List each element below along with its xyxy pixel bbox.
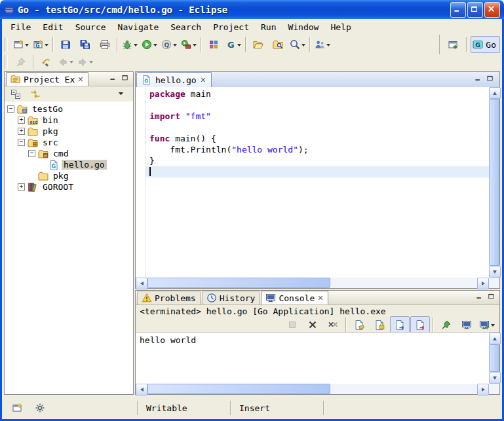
tree-expand-handle[interactable]: + [18,117,25,124]
tree-item-label[interactable]: testGo [30,104,65,114]
scroll-right-button[interactable] [477,278,489,289]
scrollbar-thumb[interactable] [489,344,499,372]
link-editor-button[interactable] [26,86,45,103]
new-go-dropdown-icon [45,44,48,48]
open-folder-button[interactable] [248,36,268,53]
menu-item-window[interactable]: Window [282,21,324,33]
minimize-button[interactable] [450,2,466,18]
terminate-button[interactable] [282,316,302,333]
scroll-down-button[interactable] [489,372,501,384]
menu-item-help[interactable]: Help [324,21,357,33]
close-button[interactable] [484,2,500,18]
tab-problems[interactable]: Problems [137,291,201,304]
pin-editor-button[interactable] [11,54,31,71]
new-wizard-button[interactable] [11,36,31,53]
run-button[interactable] [140,36,159,53]
build-status-button[interactable] [30,399,50,416]
folder-search-button[interactable] [268,36,288,53]
menu-item-run[interactable]: Run [255,21,282,33]
forward-button[interactable] [75,54,95,71]
scroll-right-button[interactable] [477,384,489,395]
scroll-down-button[interactable] [489,266,501,278]
tree-item-label[interactable]: pkg [51,171,70,181]
tree-item-label[interactable]: src [41,137,60,147]
scroll-left-button[interactable] [136,384,147,395]
console-horizontal-scrollbar[interactable] [136,384,489,394]
maximize-view-button[interactable] [121,74,132,84]
clear-console-button[interactable] [349,316,369,333]
tree-item-label[interactable]: cmd [51,149,70,158]
menu-item-navigate[interactable]: Navigate [112,21,165,33]
code-editor[interactable]: package mainimport "fmt"func main() { fm… [146,88,489,278]
tab-project-explorer[interactable]: Project Ex [6,72,88,86]
tree-expand-handle[interactable]: + [18,183,25,191]
save-all-button[interactable] [75,36,95,53]
console-vertical-scrollbar[interactable] [489,333,499,384]
go-letter-button[interactable]: G [223,36,243,53]
show-stdout-button[interactable] [390,316,410,333]
scrollbar-thumb[interactable] [489,99,499,266]
tree-item-label[interactable]: hello.go [62,160,107,170]
last-edit-button[interactable] [36,54,56,71]
new-go-button[interactable]: G [31,36,50,53]
collapse-all-icon [10,89,21,100]
tree-collapse-handle[interactable]: − [7,105,14,113]
go-perspective-button[interactable]: GGo [471,36,500,53]
close-view-icon[interactable] [77,76,84,82]
display-console-button[interactable] [457,316,476,333]
save-button[interactable] [56,36,75,53]
pin-console-button[interactable] [436,316,456,333]
print-button[interactable] [95,36,115,53]
scroll-up-button[interactable] [489,87,501,99]
title-bar[interactable]: Go - testGo/src/cmd/hello.go - Eclipse [0,0,504,19]
tab-hello-go[interactable]: G hello.go [136,72,212,87]
view-menu-button[interactable] [112,86,132,103]
tab-console[interactable]: Console [261,291,328,304]
menu-item-source[interactable]: Source [69,21,112,33]
status-bar: Writable Insert [2,397,502,419]
tree-item-label[interactable]: GOROOT [41,182,75,192]
run-config-button[interactable]: Q [159,36,179,53]
tree-collapse-handle[interactable]: − [18,139,25,146]
scrollbar-thumb[interactable] [147,278,330,288]
fast-view-button[interactable] [7,399,27,416]
debug-button[interactable] [120,36,140,53]
maximize-editor-button[interactable] [486,75,497,84]
tree-item-label[interactable]: bin [41,115,60,125]
scroll-lock-button[interactable] [370,316,389,333]
editor-horizontal-scrollbar[interactable] [136,278,489,288]
menu-item-file[interactable]: File [5,21,37,33]
menu-item-project[interactable]: Project [207,21,255,33]
back-button[interactable] [56,54,75,71]
external-tools-button[interactable] [179,36,199,53]
tab-history[interactable]: History [202,291,260,304]
project-tree[interactable]: −testGo+010bin+pkg−src−cmdGhello.gopkg+G… [5,101,133,394]
tree-expand-handle[interactable]: + [18,128,25,135]
remove-launch-button[interactable] [303,316,322,333]
minimize-view-button[interactable] [109,74,120,84]
minimize-editor-button[interactable] [475,75,485,84]
remove-all-button[interactable] [323,316,343,333]
team-button[interactable] [313,36,332,53]
maximize-console-button[interactable] [488,293,498,302]
code-line: func main() { [146,133,489,144]
close-editor-icon[interactable] [200,77,206,83]
open-console-button[interactable] [477,316,497,333]
minimize-console-button[interactable] [476,293,486,302]
scrollbar-thumb[interactable] [147,384,330,394]
menu-item-edit[interactable]: Edit [37,21,69,33]
tree-item-label[interactable]: pkg [41,126,60,136]
search-button[interactable] [288,36,307,53]
scroll-up-button[interactable] [489,333,501,344]
show-stderr-button[interactable] [410,316,430,333]
collapse-all-button[interactable] [6,86,26,103]
editor-vertical-scrollbar[interactable] [489,87,499,278]
console-output[interactable]: hello world [136,333,489,384]
menu-item-search[interactable]: Search [165,21,207,33]
close-console-tab-icon[interactable] [317,295,324,301]
maximize-button[interactable] [467,2,483,18]
tree-collapse-handle[interactable]: − [28,150,35,157]
open-perspective-button[interactable] [443,36,463,53]
go-grid-button[interactable] [204,36,223,53]
scroll-left-button[interactable] [136,278,147,289]
